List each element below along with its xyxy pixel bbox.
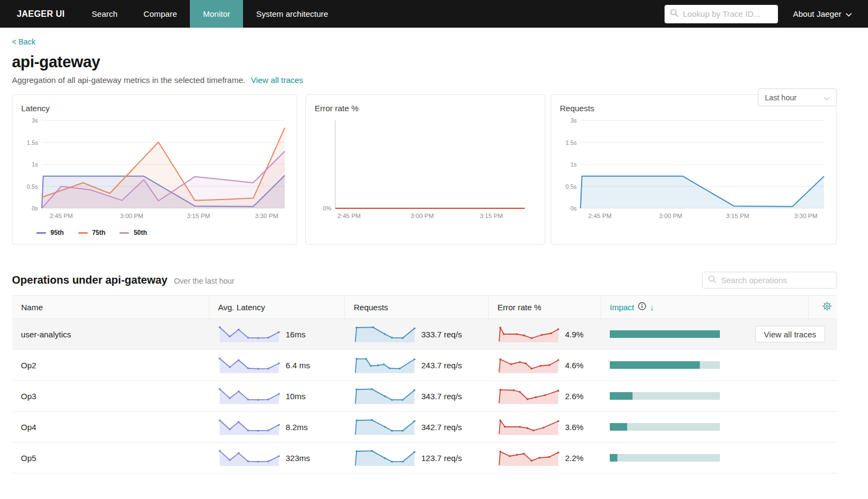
nav-item-compare[interactable]: Compare xyxy=(131,0,190,28)
back-link[interactable]: < Back xyxy=(12,37,35,46)
legend-item-95th[interactable]: 95th xyxy=(36,229,64,236)
latency-sparkline xyxy=(218,386,280,406)
nav-item-monitor[interactable]: Monitor xyxy=(190,0,243,28)
error-rate-value: 2.2% xyxy=(565,453,584,463)
chart-title: Latency xyxy=(21,104,288,113)
impact-cell xyxy=(601,350,809,381)
latency-card: Latency 3s1.5s1s0.5s0s2:45 PM3:00 PM3:15… xyxy=(12,94,297,245)
about-jaeger-label: About Jaeger xyxy=(793,9,841,18)
operation-name: Op3 xyxy=(12,381,209,412)
operation-name: Op2 xyxy=(12,350,209,381)
view-all-traces-button[interactable]: View all traces xyxy=(755,326,825,343)
column-header-requests[interactable]: Requests xyxy=(345,296,489,319)
svg-text:0.5s: 0.5s xyxy=(27,183,38,190)
brand-logo[interactable]: JAEGER UI xyxy=(0,0,79,28)
legend-item-50th[interactable]: 50th xyxy=(119,229,147,236)
svg-text:3:15 PM: 3:15 PM xyxy=(480,213,503,219)
latency-sparkline xyxy=(218,448,280,468)
sort-descending-icon[interactable]: ↓ xyxy=(650,303,654,312)
requests-sparkline xyxy=(354,386,416,406)
requests-value: 343.7 req/s xyxy=(422,392,462,401)
search-operations-input[interactable] xyxy=(721,276,831,285)
requests-cell: 342.7 req/s xyxy=(345,412,489,443)
nav-spacer xyxy=(341,0,665,28)
requests-chart: 3s1.5s1s0.5s0s2:45 PM3:00 PM3:15 PM3:30 … xyxy=(560,116,827,222)
search-icon xyxy=(670,9,679,20)
requests-card: Requests 3s1.5s1s0.5s0s2:45 PM3:00 PM3:1… xyxy=(551,94,837,245)
metric-cards: Latency 3s1.5s1s0.5s0s2:45 PM3:00 PM3:15… xyxy=(12,94,837,245)
error-rate-sparkline xyxy=(497,324,560,344)
svg-text:3s: 3s xyxy=(570,117,577,124)
latency-cell: 6.4 ms xyxy=(209,350,345,381)
svg-text:3:15 PM: 3:15 PM xyxy=(726,213,749,219)
svg-text:3:15 PM: 3:15 PM xyxy=(187,213,210,219)
row-spacer-cell xyxy=(809,443,837,474)
svg-text:2:45 PM: 2:45 PM xyxy=(337,213,361,219)
error-rate-value: 2.6% xyxy=(565,392,584,401)
requests-sparkline xyxy=(354,355,416,375)
latency-sparkline xyxy=(218,324,280,344)
requests-value: 243.7 req/s xyxy=(422,361,462,370)
column-header-settings[interactable] xyxy=(809,296,837,319)
svg-text:2:45 PM: 2:45 PM xyxy=(589,213,612,219)
impact-bar-fill xyxy=(610,423,627,431)
impact-label: Impact xyxy=(610,303,634,312)
svg-text:3:00 PM: 3:00 PM xyxy=(659,213,682,219)
svg-text:1s: 1s xyxy=(570,161,577,168)
gear-icon[interactable] xyxy=(822,303,832,312)
info-icon[interactable] xyxy=(638,302,646,312)
search-operations-box[interactable] xyxy=(702,272,837,289)
legend-label: 50th xyxy=(133,229,147,236)
nav-item-system-architecture[interactable]: System architecture xyxy=(243,0,341,28)
page-subtitle: Aggregation of all api-gateway metrics i… xyxy=(12,75,245,85)
requests-cell: 123.7 req/s xyxy=(345,443,489,474)
table-row: user-analytics16ms333.7 req/s4.9%View al… xyxy=(12,319,837,350)
view-all-traces-link[interactable]: View all traces xyxy=(251,75,303,85)
svg-text:3:00 PM: 3:00 PM xyxy=(411,213,434,219)
legend-item-75th[interactable]: 75th xyxy=(78,229,106,236)
legend-swatch xyxy=(36,232,46,234)
about-jaeger-menu[interactable]: About Jaeger xyxy=(793,0,868,28)
trace-lookup-input[interactable] xyxy=(683,9,773,18)
requests-sparkline xyxy=(354,448,416,468)
latency-chart: 3s1.5s1s0.5s0s2:45 PM3:00 PM3:15 PM3:30 … xyxy=(21,116,288,222)
legend-swatch xyxy=(119,232,129,234)
search-icon xyxy=(708,275,717,286)
operations-subtitle: Over the last hour xyxy=(174,277,234,285)
latency-cell: 8.2ms xyxy=(209,412,345,443)
trace-lookup-box[interactable] xyxy=(665,5,778,23)
requests-sparkline xyxy=(354,324,416,344)
table-header-row: Name Avg. Latency Requests Error rate % … xyxy=(12,296,837,319)
operations-title: Operations under api-gateway xyxy=(12,274,168,286)
svg-text:1.5s: 1.5s xyxy=(27,139,38,146)
column-header-avg-latency[interactable]: Avg. Latency xyxy=(209,296,345,319)
column-header-error-rate[interactable]: Error rate % xyxy=(489,296,601,319)
column-header-name[interactable]: Name xyxy=(12,296,209,319)
latency-value: 10ms xyxy=(286,392,306,401)
error-rate-sparkline xyxy=(497,417,560,437)
svg-text:3:00 PM: 3:00 PM xyxy=(120,213,143,219)
chevron-down-icon xyxy=(824,93,829,102)
legend-label: 95th xyxy=(50,229,64,236)
requests-cell: 243.7 req/s xyxy=(345,350,489,381)
error-rate-value: 4.9% xyxy=(565,330,584,339)
column-header-impact[interactable]: Impact ↓ xyxy=(601,296,809,319)
impact-bar-fill xyxy=(610,392,633,400)
impact-bar xyxy=(610,423,720,431)
operation-name: user-analytics xyxy=(12,319,209,350)
impact-bar xyxy=(610,454,720,462)
nav-item-search[interactable]: Search xyxy=(79,0,131,28)
latency-value: 323ms xyxy=(286,453,310,463)
error-rate-sparkline xyxy=(497,386,560,406)
impact-bar-fill xyxy=(610,454,617,462)
svg-text:0.5s: 0.5s xyxy=(565,183,577,190)
requests-value: 123.7 req/s xyxy=(422,453,462,463)
impact-cell xyxy=(601,443,809,474)
table-row: Op48.2ms342.7 req/s3.6% xyxy=(12,412,837,443)
timeframe-select[interactable]: Last hour xyxy=(758,88,837,106)
error-rate-card: Error rate % 0%2:45 PM3:00 PM3:15 PM xyxy=(305,94,545,245)
error-rate-value: 4.6% xyxy=(565,361,584,370)
latency-cell: 16ms xyxy=(209,319,345,350)
impact-bar-fill xyxy=(610,361,700,369)
svg-text:1s: 1s xyxy=(31,161,38,168)
